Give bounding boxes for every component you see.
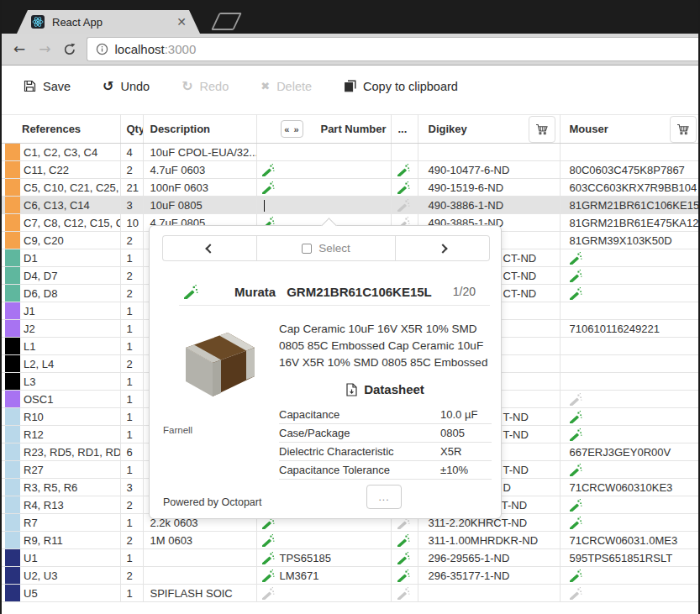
cell-digikey[interactable]: 311-1.00MHRDKR-ND	[418, 532, 560, 549]
browser-tab[interactable]: React App ✕	[17, 10, 200, 34]
cell-status[interactable]	[391, 197, 418, 214]
cell-references[interactable]: R9, R11	[2, 532, 120, 549]
mouser-cart-button[interactable]	[670, 116, 697, 143]
cell-mouser[interactable]	[560, 338, 698, 355]
cell-part-number[interactable]	[256, 197, 391, 214]
cell-description[interactable]: 1M 0603	[143, 532, 256, 549]
cell-mouser[interactable]	[560, 461, 698, 479]
cell-part-number[interactable]	[256, 532, 391, 549]
refresh-button[interactable]	[63, 43, 76, 56]
redo-button[interactable]: ↻ Redo	[182, 80, 229, 93]
cell-description[interactable]	[143, 567, 256, 585]
cell-references[interactable]: R12	[2, 426, 120, 443]
cell-qty[interactable]: 1	[120, 585, 143, 602]
cell-part-number[interactable]	[256, 179, 391, 197]
cell-references[interactable]: J2	[2, 320, 120, 338]
cell-mouser[interactable]	[560, 285, 698, 302]
cell-qty[interactable]: 2	[120, 567, 143, 585]
cell-status[interactable]	[391, 161, 418, 179]
cell-mouser[interactable]	[560, 144, 698, 161]
digikey-cart-button[interactable]	[529, 116, 555, 143]
cell-references[interactable]: R23, RD5, RD1, RD2...	[2, 443, 120, 461]
cell-qty[interactable]: 2	[120, 496, 143, 514]
cell-qty[interactable]: 1	[120, 461, 143, 479]
more-options-button[interactable]: ...	[366, 485, 402, 509]
cell-mouser[interactable]	[560, 408, 698, 426]
cell-part-number[interactable]	[256, 144, 391, 161]
cell-qty[interactable]: 2	[120, 267, 143, 285]
select-part-button[interactable]: Select	[256, 235, 396, 261]
previous-part-button[interactable]	[162, 235, 256, 261]
select-checkbox[interactable]	[302, 244, 312, 254]
cell-digikey[interactable]	[418, 585, 560, 602]
page-info-icon[interactable]	[96, 43, 108, 55]
cell-qty[interactable]: 2	[120, 532, 143, 549]
cell-mouser[interactable]: 603CC603KRX7R9BB104	[560, 179, 698, 197]
cell-qty[interactable]: 3	[120, 197, 143, 214]
cell-part-number[interactable]	[256, 585, 391, 602]
cell-qty[interactable]: 1	[120, 426, 143, 443]
cell-digikey[interactable]: 490-1519-6-ND	[418, 179, 560, 197]
cell-qty[interactable]: 1	[120, 408, 143, 426]
cell-references[interactable]: R3, R5, R6	[2, 479, 120, 496]
cell-references[interactable]: D1	[2, 249, 120, 267]
cell-references[interactable]: L1	[2, 338, 120, 355]
header-description[interactable]: Description	[143, 115, 256, 144]
tab-close-icon[interactable]: ✕	[176, 16, 187, 28]
collapse-columns-button[interactable]: « »	[281, 120, 303, 138]
cell-mouser[interactable]: 71CRCW06031.0ME3	[560, 532, 698, 549]
forward-button[interactable]: →	[39, 42, 50, 56]
cell-references[interactable]: C9, C20	[2, 232, 120, 249]
cell-references[interactable]: C7, C8, C12, C15, C1...	[2, 214, 120, 232]
cell-references[interactable]: OSC1	[2, 391, 120, 408]
datasheet-link[interactable]: Datasheet	[279, 382, 491, 396]
cell-digikey[interactable]: 296-29565-1-ND	[418, 549, 560, 567]
cell-references[interactable]: R27	[2, 461, 120, 479]
cell-mouser[interactable]	[560, 373, 698, 391]
delete-button[interactable]: ✖ Delete	[261, 80, 312, 93]
cell-mouser[interactable]	[560, 426, 698, 443]
cell-description[interactable]: 10uF 0805	[143, 197, 256, 214]
cell-references[interactable]: L3	[2, 373, 120, 391]
cell-part-number[interactable]: TPS65185	[256, 549, 391, 567]
cell-part-number[interactable]	[256, 161, 391, 179]
cell-references[interactable]: J1	[2, 302, 120, 320]
cell-references[interactable]: U2, U3	[2, 567, 120, 585]
cell-references[interactable]: C5, C10, C21, C25, C...	[2, 179, 120, 197]
cell-description[interactable]	[143, 549, 256, 567]
cell-qty[interactable]: 2	[120, 232, 143, 249]
cell-qty[interactable]: 1	[120, 373, 143, 391]
cell-references[interactable]: D4, D7	[2, 267, 120, 285]
cell-digikey[interactable]: 490-3886-1-ND	[418, 197, 560, 214]
cell-references[interactable]: D6, D8	[2, 285, 120, 302]
cell-mouser[interactable]	[560, 585, 698, 602]
cell-qty[interactable]: 3	[120, 479, 143, 496]
cell-mouser[interactable]	[560, 267, 698, 285]
cell-description[interactable]: 100nF 0603	[143, 179, 256, 197]
copy-to-clipboard-button[interactable]: Copy to clipboard	[344, 80, 458, 93]
cell-mouser[interactable]: 595TPS651851RSLT	[560, 549, 698, 567]
cell-references[interactable]: R10	[2, 408, 120, 426]
cell-qty[interactable]: 1	[120, 391, 143, 408]
cell-status[interactable]	[391, 179, 418, 197]
cell-mouser[interactable]: 81GRM39X103K50D	[560, 232, 698, 249]
cell-mouser[interactable]	[560, 355, 698, 373]
cell-qty[interactable]: 2	[120, 285, 143, 302]
cell-qty[interactable]: 1	[120, 338, 143, 355]
cell-qty[interactable]: 2	[120, 355, 143, 373]
cell-qty[interactable]: 1	[120, 549, 143, 567]
cell-qty[interactable]: 1	[120, 249, 143, 267]
header-references[interactable]: References	[2, 115, 120, 144]
cell-qty[interactable]: 10	[120, 214, 143, 232]
cell-status[interactable]	[391, 532, 418, 549]
save-button[interactable]: Save	[24, 80, 71, 93]
new-tab-button[interactable]	[211, 13, 242, 30]
cell-mouser[interactable]	[560, 391, 698, 408]
cell-qty[interactable]: 1	[120, 320, 143, 338]
cell-qty[interactable]: 2	[120, 161, 143, 179]
cell-mouser[interactable]: 81GRM21BR61E475KA12	[560, 214, 698, 232]
back-button[interactable]: ←	[13, 42, 25, 56]
cell-status[interactable]	[391, 567, 418, 585]
cell-references[interactable]: C1, C2, C3, C4	[2, 144, 120, 161]
header-dots[interactable]: ...	[391, 115, 418, 144]
